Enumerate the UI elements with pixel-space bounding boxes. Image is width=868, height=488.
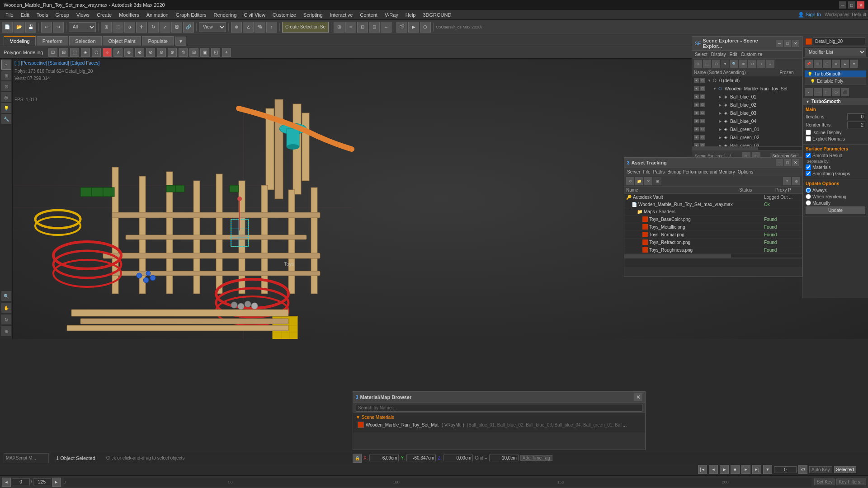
when-rendering-radio[interactable] [806,194,811,199]
always-radio[interactable] [806,188,811,193]
select-lasso[interactable]: ⬗ [124,22,135,33]
timeline-track[interactable]: 0 50 100 150 200 [64,478,812,487]
angle-snap-btn[interactable]: ∠ [243,22,254,33]
at-row-normal[interactable]: Toys_Normal.png Found [624,231,802,239]
render-iters-input[interactable] [847,122,865,128]
close-btn[interactable]: ✕ [857,1,864,9]
menu-content[interactable]: Content [356,11,381,19]
se-select-menu[interactable]: Select [695,52,708,57]
tab-populate[interactable]: Populate [142,36,173,46]
spacing-btn[interactable]: ↔ [381,22,392,33]
align2-btn[interactable]: ⊟ [357,22,368,33]
menu-tools[interactable]: Tools [33,11,52,19]
at-name-col[interactable]: Name [626,188,739,192]
menu-scripting[interactable]: Scripting [300,11,326,19]
frozen-col-header[interactable]: Frozen [773,70,800,75]
name-col-header[interactable]: Name (Sorted Ascending) [694,70,773,75]
pm-btn13[interactable]: ⟰ [179,48,188,57]
pm-btn1[interactable]: ⊡ [48,48,57,57]
scale-btn[interactable]: ⤢ [160,22,170,33]
save-btn[interactable]: 💾 [25,22,36,33]
vis-8[interactable]: ⊡ [700,103,705,107]
menu-edit[interactable]: Edit [17,11,33,19]
se-display-menu[interactable]: Display [711,52,726,57]
pm-btn7[interactable]: ∧ [113,48,123,57]
expand-wooden[interactable]: ▼ [712,87,717,91]
sidebar-orbit-icon[interactable]: ↻ [1,314,11,324]
se-none-btn[interactable]: ⬚ [703,60,711,68]
modifier-turbosmooth[interactable]: 💡 TurboSmooth [805,70,866,78]
mb-close-btn[interactable]: ✕ [634,393,642,401]
render-btn[interactable]: ▶ [408,22,419,33]
vis-9[interactable]: 👁 [694,111,699,115]
turbosmooth-title[interactable]: ▼ TurboSmooth [803,98,868,105]
tree-item-ball-blue-02[interactable]: 👁 ⊡ ▶ ◈ Ball_blue_02 [692,101,802,109]
coord-lock-btn[interactable]: 🔒 [353,454,362,463]
expand-bg02[interactable]: ▶ [718,136,722,140]
vis-icon-4[interactable]: ⊡ [700,86,705,91]
vis-5[interactable]: 👁 [694,94,699,99]
sidebar-utilities-icon[interactable]: 🔧 [1,114,11,124]
tree-item-wooden-set[interactable]: 👁 ⊡ ▼ ⬡ Wooden_Marble_Run_Toy_Set [692,84,802,93]
at-file-menu[interactable]: File [643,169,650,175]
at-row-vault[interactable]: 🔑 Autodesk Vault Logged Out ... [624,194,802,201]
manually-radio[interactable] [806,200,811,206]
se-sort-btn[interactable]: ↕ [757,60,765,68]
set-key-btn[interactable]: Set Key [814,479,835,485]
pm-btn3[interactable]: ⬚ [70,48,79,57]
new-btn[interactable]: 📄 [2,22,13,33]
minimize-btn[interactable]: ─ [839,1,846,9]
sidebar-hierarchy-icon[interactable]: ⊡ [1,81,11,91]
mirror-btn[interactable]: ⊞ [334,22,344,33]
add-time-tag-btn[interactable]: Add Time Tag [520,455,552,461]
tree-item-ball-green-01[interactable]: 👁 ⊡ ▶ ◈ Ball_green_01 [692,125,802,133]
at-row-refraction[interactable]: Toys_Refraction.png Found [624,239,802,246]
select-rect[interactable]: ⬚ [113,22,123,33]
expand-bb04[interactable]: ▶ [718,119,722,123]
menu-interactive[interactable]: Interactive [326,11,357,19]
pm-btn9[interactable]: ⊗ [135,48,144,57]
se-maximize-btn[interactable]: □ [784,40,791,47]
materials-checkbox[interactable] [806,164,811,170]
link-btn[interactable]: ⛓ [171,22,182,33]
menu-views[interactable]: Views [73,11,93,19]
vis-icon-3[interactable]: 👁 [694,86,699,91]
modifier-list-dropdown[interactable]: Modifier List [805,48,866,56]
redo-btn[interactable]: ↪ [53,22,64,33]
sidebar-modify-icon[interactable]: ⊞ [1,70,11,80]
menu-civil-view[interactable]: Civil View [240,11,269,19]
select-btn[interactable]: ⊞ [101,22,112,33]
pm-btn11[interactable]: ⊙ [157,48,166,57]
menu-rendering[interactable]: Rendering [210,11,241,19]
next-key-btn[interactable]: ►| [752,465,761,474]
menu-graph-editors[interactable]: Graph Editors [172,11,210,19]
time-tag-btn[interactable]: 🏷 [798,465,807,474]
vis-6[interactable]: ⊡ [700,94,705,99]
open-btn[interactable]: 📂 [14,22,24,33]
at-help-btn[interactable]: ? [783,177,791,185]
material-editor-btn[interactable]: ⬡ [420,22,431,33]
pm-btn6[interactable]: ⟐ [103,48,112,57]
update-btn[interactable]: Update [806,206,865,214]
pm-btn15[interactable]: ▣ [200,48,209,57]
smooth-result-checkbox[interactable] [806,153,811,158]
at-row-maxfile[interactable]: 📄 Wooden_Marble_Run_Toy_Set_max_vray.max… [624,201,802,208]
vis-13[interactable]: 👁 [694,127,699,131]
sidebar-pan-icon[interactable]: ✋ [1,303,11,313]
sidebar-create-icon[interactable]: + [1,60,11,70]
key-filters-btn[interactable]: Key Filters... [836,479,866,485]
expand-bb01[interactable]: ▶ [718,95,722,99]
at-server-menu[interactable]: Server [627,169,640,175]
at-table-btn[interactable]: ⊞ [653,177,661,185]
element-icon[interactable]: ⬛ [841,88,849,96]
tab-more-btn[interactable]: ▼ [175,37,186,46]
se-h-scrollbar[interactable] [692,146,802,150]
up-icon[interactable]: ▲ [841,60,849,68]
align-btn[interactable]: ≡ [345,22,356,33]
expand-bb03[interactable]: ▶ [718,111,722,115]
selection-filter[interactable]: All [69,22,96,32]
x-coord[interactable] [369,455,399,461]
total-frame-input[interactable] [33,479,51,485]
play-options-btn[interactable]: ▼ [763,465,772,474]
y-coord[interactable] [406,455,436,461]
